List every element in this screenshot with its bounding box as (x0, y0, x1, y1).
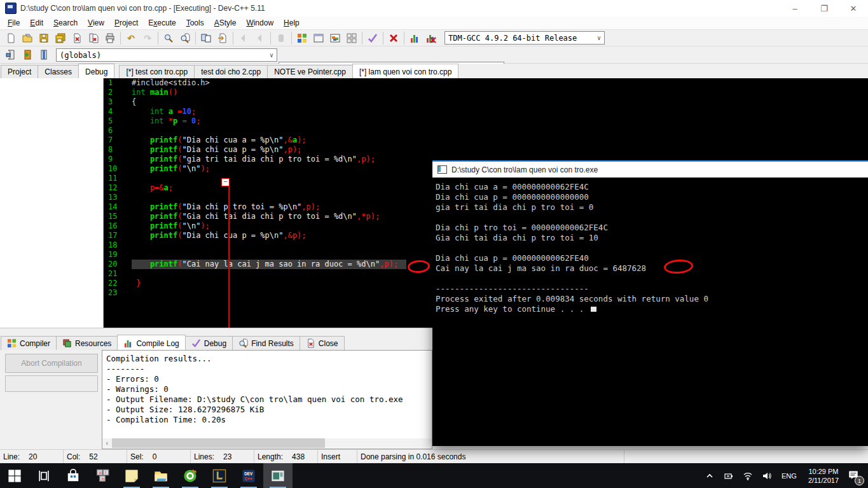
tray-expand-icon[interactable] (705, 471, 715, 481)
profile-analysis-button[interactable] (406, 31, 423, 46)
battery-icon[interactable] (724, 471, 734, 481)
find-button[interactable] (160, 31, 177, 46)
menu-view[interactable]: View (83, 17, 109, 29)
code-text: #include<stdio.h> (132, 78, 210, 88)
windows-store-icon (66, 469, 80, 483)
dock-tab-project[interactable]: Project (1, 65, 38, 78)
log-line: - Output Filename: D:\study C\con tro\la… (106, 394, 432, 405)
compiler-icon (7, 338, 17, 348)
window-list-button[interactable] (343, 31, 360, 46)
editor-tab[interactable]: NOTE ve Pointer.cpp (267, 65, 353, 78)
svg-text:C++: C++ (245, 476, 252, 480)
start-taskbar-button[interactable] (0, 463, 29, 488)
stop-execution-button[interactable] (385, 31, 402, 46)
toolbar-separator (291, 32, 292, 45)
unikey-taskbar-button[interactable]: uin (88, 463, 117, 488)
toolbar-separator (195, 32, 196, 45)
close-file-button[interactable] (69, 31, 85, 46)
compiler-options-button[interactable] (294, 31, 310, 46)
scroll-left-icon[interactable]: ‹ (102, 438, 112, 448)
code-line[interactable]: 3{ (104, 97, 868, 107)
console-title: D:\study C\con tro\lam quen voi con tro.… (451, 165, 598, 174)
league-of-legends-taskbar-button[interactable] (205, 463, 234, 488)
status-bar: Line:20Col:52Sel:0Lines:23Length:438Inse… (0, 449, 868, 463)
syntax-check-button[interactable] (364, 31, 381, 46)
menu-execute[interactable]: Execute (143, 17, 181, 29)
line-number: 1 (104, 78, 125, 88)
globals-select[interactable]: (globals) ∨ (56, 48, 277, 62)
goto-definition-button[interactable] (19, 47, 36, 62)
menu-help[interactable]: Help (279, 17, 305, 29)
new-file-button[interactable] (3, 31, 19, 46)
goto-declaration-button[interactable] (3, 47, 19, 62)
action-center-icon[interactable]: 1 (848, 469, 859, 482)
dock-tab-debug[interactable]: Debug (78, 64, 114, 78)
console-window-taskbar-button[interactable] (263, 463, 293, 488)
bookmarks-button[interactable] (36, 47, 52, 62)
sticky-notes-taskbar-button[interactable] (117, 463, 146, 488)
compile-log-scrollbar[interactable]: ‹ (102, 438, 432, 448)
console-title-bar[interactable]: D:\study C\con tro\lam quen voi con tro.… (432, 162, 868, 178)
code-line[interactable]: 4 int a =10; (104, 107, 868, 116)
panel-tab-resources[interactable]: Resources (56, 336, 118, 350)
menu-file[interactable]: File (3, 17, 25, 29)
coc-coc-browser-taskbar-button[interactable] (176, 463, 205, 488)
panel-tab-compiler[interactable]: Compiler (1, 336, 57, 350)
wifi-icon[interactable] (743, 471, 753, 481)
language-indicator[interactable]: ENG (782, 472, 797, 480)
code-line[interactable]: 8 printf("Dia chi cua p = %p\n",p); (104, 145, 868, 155)
close-all-button[interactable] (85, 31, 102, 46)
save-button[interactable] (36, 31, 52, 46)
goto-line-button[interactable] (214, 31, 231, 46)
code-line[interactable]: 2int main() (104, 88, 868, 97)
code-line[interactable]: 7 printf("Dia chi cua a = %p\n",&a); (104, 136, 868, 145)
clock[interactable]: 10:29 PM 2/11/2017 (808, 467, 839, 485)
dev-cpp-taskbar-button[interactable]: DEVC++ (234, 463, 263, 488)
delete-profiling-button[interactable] (423, 31, 439, 46)
minimize-button[interactable]: – (780, 0, 809, 17)
clock-time: 10:29 PM (808, 467, 839, 476)
dock-tab-classes[interactable]: Classes (38, 65, 79, 78)
print-button[interactable] (102, 31, 118, 46)
fold-collapse-icon[interactable]: − (221, 178, 230, 186)
print-icon (105, 33, 115, 43)
windows-store-taskbar-button[interactable] (59, 463, 88, 488)
editor-tab[interactable]: [*] test con tro.cpp (119, 65, 195, 78)
menu-tools[interactable]: Tools (181, 17, 209, 29)
new-file-icon (6, 33, 16, 43)
restore-button[interactable]: ❐ (809, 0, 839, 17)
environment-options-button[interactable] (310, 31, 327, 46)
toolbar-separator (270, 32, 271, 45)
menu-project[interactable]: Project (109, 17, 143, 29)
compiler-select[interactable]: TDM-GCC 4.9.2 64-bit Release ∨ (444, 31, 605, 45)
task-view-taskbar-button[interactable] (29, 463, 59, 488)
panel-tab-find-results[interactable]: Find Results (232, 336, 300, 350)
replace-button[interactable] (198, 31, 214, 46)
menu-search[interactable]: Search (48, 17, 83, 29)
panel-tab-close[interactable]: Close (300, 336, 345, 350)
close-button[interactable]: ✕ (839, 0, 868, 17)
panel-tab-compile-log[interactable]: Compile Log (117, 335, 185, 350)
menu-astyle[interactable]: AStyle (209, 17, 242, 29)
panel-tab-debug[interactable]: Debug (185, 336, 233, 350)
editor-tab[interactable]: test doi cho 2.cpp (194, 65, 268, 78)
console-window[interactable]: D:\study C\con tro\lam quen voi con tro.… (432, 160, 868, 446)
save-all-button[interactable] (52, 31, 69, 46)
code-line[interactable]: 1#include<stdio.h> (104, 78, 868, 88)
file-explorer-taskbar-button[interactable] (146, 463, 176, 488)
compile-progress-bar (5, 375, 98, 392)
line-number: 9 (104, 155, 125, 164)
undo-button[interactable]: ↶ (123, 31, 139, 46)
console-line: Dia chi cua a = 000000000062FE4C (436, 182, 868, 192)
menu-window[interactable]: Window (241, 17, 279, 29)
close-all-icon (88, 33, 99, 43)
package-manager-button[interactable] (327, 31, 343, 46)
code-line[interactable]: 6 (104, 126, 868, 136)
volume-icon[interactable] (762, 471, 772, 481)
find-in-files-button[interactable] (177, 31, 193, 46)
editor-tab[interactable]: [*] lam quen voi con tro.cpp (352, 64, 458, 78)
scrollbar-thumb[interactable] (112, 438, 325, 448)
open-file-button[interactable] (19, 31, 36, 46)
menu-edit[interactable]: Edit (25, 17, 48, 29)
code-line[interactable]: 5 int *p = 0; (104, 116, 868, 126)
